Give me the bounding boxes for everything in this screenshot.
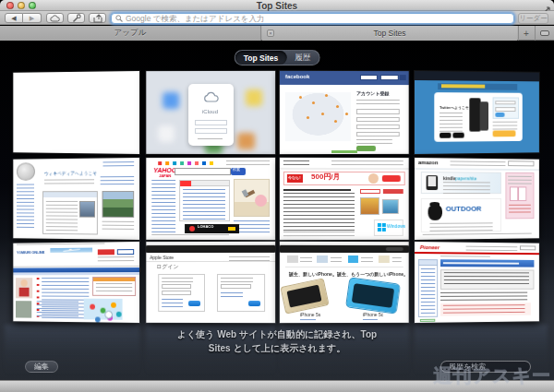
- text-lines: [221, 278, 253, 283]
- cloud-icon: [50, 15, 60, 22]
- tab-apple[interactable]: アップル: [0, 26, 261, 41]
- topsite-thumbnail-amazon[interactable]: amazon kindle paperwhite OUTDOOR: [415, 158, 539, 240]
- apple-store-label: Apple Store: [150, 255, 174, 260]
- wrench-icon: [72, 14, 81, 23]
- topsite-thumbnail-twitter[interactable]: Twitterへようこそ: [415, 71, 539, 154]
- topsite-thumbnail-pioneer[interactable]: Pioneer: [415, 242, 539, 323]
- topsite-thumbnail-yahoo-japan[interactable]: YAHOO! JAPAN 検索 LOHACO: [146, 158, 275, 240]
- windows-label: Windows: [387, 224, 405, 229]
- main-text-box: [440, 269, 535, 290]
- show-all-tabs-button[interactable]: [535, 26, 554, 41]
- face: [20, 280, 27, 288]
- forward-button[interactable]: ▶: [23, 13, 42, 23]
- app-icon-blob: [158, 125, 175, 142]
- topsite-thumbnail-asahi-shimbun[interactable]: 今なら! 500円/月 Windows: [280, 158, 409, 240]
- iphone-5s-label: iPhone 5s: [300, 313, 320, 317]
- photo-woman: [16, 278, 33, 298]
- icloud-login-card: iCloud: [188, 84, 234, 146]
- content-box: [42, 191, 98, 234]
- link-lines: [162, 299, 184, 308]
- article-list: [283, 193, 355, 233]
- tab-bar: アップル Top Sites × +: [0, 26, 554, 41]
- topsite-thumbnail-apple-store-login[interactable]: Apple Store ログイン: [146, 242, 275, 323]
- view-segmented-control: Top Sites 履歴: [235, 50, 320, 65]
- service-icons: [158, 161, 162, 165]
- topics-box: [179, 180, 229, 221]
- divider: [146, 261, 275, 262]
- appstore-badge: [440, 133, 452, 138]
- sidebar-header: [419, 260, 437, 266]
- login-heading: ログイン: [156, 264, 178, 269]
- url-search-input[interactable]: [126, 14, 510, 23]
- subnav-strip: [415, 168, 539, 172]
- login-field: [221, 284, 251, 289]
- topsite-thumbnail-facebook[interactable]: facebook アカウント登録: [280, 71, 409, 154]
- sidebar-links: [17, 184, 34, 231]
- share-button[interactable]: [89, 13, 106, 23]
- nav-search-pill: [386, 247, 403, 251]
- extensions-button[interactable]: [67, 13, 85, 23]
- text-lines: [430, 222, 493, 233]
- small-photo: [16, 301, 31, 318]
- close-tab-icon[interactable]: ×: [267, 30, 274, 37]
- offer-lines: [509, 205, 531, 214]
- topsite-thumbnail-apple-store-iphone[interactable]: 誕生、新しいiPhone。誕生、もう一つの新しいiPhone。 iPhone 5…: [280, 242, 409, 323]
- topsite-thumbnail-blank[interactable]: [13, 71, 139, 154]
- topsite-thumbnail-icloud[interactable]: iCloud: [146, 71, 275, 154]
- continue-button: [248, 301, 260, 306]
- topsite-thumbnail-yomiuri-online[interactable]: YOMIURI ONLINE: [13, 242, 139, 323]
- login-field: [162, 291, 192, 295]
- search-icon: [115, 15, 123, 22]
- box-header: [43, 192, 97, 197]
- signin-field: [496, 101, 516, 105]
- text-lines: [98, 256, 134, 264]
- top-strip: [280, 242, 409, 245]
- text-lines: [361, 257, 373, 265]
- apple-nav-bar: [146, 245, 275, 253]
- reader-button[interactable]: リーダー: [518, 13, 548, 24]
- product-thumb: [348, 255, 359, 263]
- address-bar[interactable]: [111, 13, 514, 24]
- signin-field: [496, 107, 516, 112]
- ad-panel: [234, 179, 270, 217]
- new-tab-button[interactable]: +: [518, 26, 534, 41]
- caption-line-2: Sites として上に表示されます。: [0, 342, 554, 356]
- nav-lines: [451, 160, 505, 166]
- text-lines: [422, 232, 532, 237]
- iphone-5c-label: iPhone 5c: [363, 313, 383, 317]
- segment-history[interactable]: 履歴: [286, 51, 319, 65]
- site-search: [520, 245, 536, 250]
- icloud-tabs-button[interactable]: [46, 13, 64, 23]
- fullscreen-icon[interactable]: [542, 2, 550, 10]
- warning-box: [440, 303, 531, 316]
- back-button[interactable]: ◀: [5, 13, 23, 23]
- iphone-screen: [352, 283, 394, 308]
- airplane-photo: [50, 248, 92, 253]
- red-chip: [98, 250, 114, 255]
- apple-nav-bar: [280, 245, 409, 253]
- text-lines: [356, 100, 400, 106]
- text-lines: [101, 176, 134, 185]
- app-icon-blob: [237, 133, 254, 149]
- kindle-sub: paperwhite: [455, 176, 476, 181]
- facebook-signup-heading: アカウント登録: [356, 91, 389, 96]
- signup-button: [356, 146, 376, 151]
- edit-button[interactable]: 編集: [25, 361, 58, 373]
- right-ad-card: [505, 172, 534, 219]
- tab-top-sites[interactable]: Top Sites: [262, 26, 517, 41]
- search-button-label: 検索: [233, 168, 240, 172]
- map-people-dots: [299, 96, 302, 99]
- signin-box: [493, 97, 519, 119]
- landscape-photo: [102, 191, 134, 218]
- top-strip: [146, 242, 275, 245]
- buy-link: [300, 319, 316, 322]
- bubble-ad: [84, 298, 123, 320]
- amazon-search: [508, 160, 535, 166]
- topsite-thumbnail-wikipedia[interactable]: ウィキペディアへようこそ: [13, 158, 139, 240]
- airplane-tail: [68, 249, 72, 251]
- segment-top-sites[interactable]: Top Sites: [235, 51, 287, 65]
- kindle-banner: kindle paperwhite: [421, 172, 501, 194]
- text-lines: [43, 179, 93, 185]
- login-chip: [360, 189, 380, 194]
- price-text: 500円/月: [311, 173, 341, 181]
